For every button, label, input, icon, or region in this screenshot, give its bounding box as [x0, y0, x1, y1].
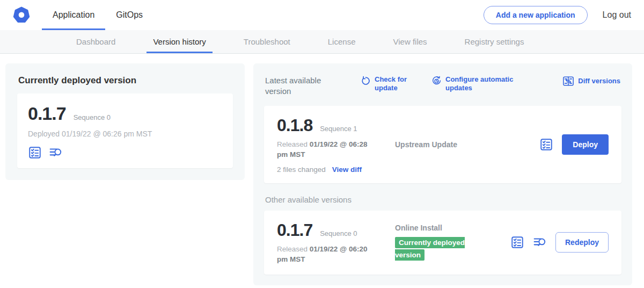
schedule-update-icon — [431, 76, 442, 86]
deployed-version-row: 0.1.7 Sequence 0 — [28, 103, 222, 124]
latest-released-timestamp: Released 01/19/22 @ 06:28 pm MST — [277, 140, 369, 160]
configure-automatic-updates-link[interactable]: Configure automatic updates — [431, 75, 524, 93]
other-version-info: 0.1.7 Sequence 0 Released 01/19/22 @ 06:… — [277, 220, 391, 265]
release-notes-icon[interactable] — [28, 146, 42, 160]
release-notes-icon[interactable] — [539, 138, 553, 152]
deployed-badge-wrap: Currently deployed version — [395, 237, 475, 261]
page: Application GitOps Add a new application… — [0, 0, 644, 288]
files-changed-label: 2 files changed — [277, 165, 326, 174]
configure-automatic-updates-label: Configure automatic updates — [445, 75, 524, 93]
released-prefix: Released — [277, 245, 308, 253]
released-prefix: Released — [277, 140, 308, 148]
logout-link[interactable]: Log out — [603, 10, 631, 20]
logo-icon — [13, 6, 30, 24]
currently-deployed-panel: Currently deployed version 0.1.7 Sequenc… — [5, 63, 245, 180]
other-sequence-label: Sequence 0 — [320, 229, 357, 237]
diff-versions-icon — [562, 75, 574, 87]
top-nav: Application GitOps Add a new application… — [0, 0, 644, 30]
diff-versions-label: Diff versions — [578, 77, 620, 85]
sub-nav: Dashboard Version history Troubleshoot L… — [0, 30, 644, 54]
other-available-versions-title: Other available versions — [265, 195, 620, 204]
tab-application[interactable]: Application — [42, 0, 105, 30]
deployed-version-card: 0.1.7 Sequence 0 Deployed 01/19/22 @ 06:… — [17, 93, 233, 168]
subnav-item-registry-settings[interactable]: Registry settings — [458, 30, 531, 53]
main-content: Currently deployed version 0.1.7 Sequenc… — [5, 63, 632, 285]
subnav-item-dashboard[interactable]: Dashboard — [70, 30, 122, 53]
deploy-button[interactable]: Deploy — [562, 134, 609, 155]
subnav-item-license[interactable]: License — [321, 30, 362, 53]
topnav-tabs: Application GitOps — [42, 0, 153, 30]
deployed-panel-title: Currently deployed version — [18, 75, 233, 86]
other-version-actions: Redeploy — [510, 232, 609, 253]
deployed-timestamp: Deployed 01/19/22 @ 06:26 pm MST — [28, 129, 222, 138]
deployed-version-number: 0.1.7 — [28, 103, 66, 124]
latest-version-number: 0.1.8 — [277, 116, 312, 135]
files-changed-row: 2 files changed View diff — [277, 165, 391, 174]
other-version-number: 0.1.7 — [277, 220, 312, 240]
view-diff-link[interactable]: View diff — [332, 165, 362, 174]
latest-version-actions: Deploy — [539, 134, 609, 155]
subnav-item-view-files[interactable]: View files — [386, 30, 433, 53]
topnav-right: Add a new application Log out — [484, 0, 631, 30]
latest-available-title: Latest available version — [265, 75, 347, 96]
upstream-update-label: Upstream Update — [395, 140, 457, 149]
deployed-sequence-label: Sequence 0 — [74, 113, 111, 121]
currently-deployed-badge: Currently deployed version — [395, 237, 465, 260]
tab-gitops[interactable]: GitOps — [105, 0, 153, 30]
view-logs-icon[interactable] — [49, 146, 63, 160]
diff-versions-link[interactable]: Diff versions — [562, 75, 620, 87]
latest-version-source: Upstream Update — [391, 140, 539, 149]
refresh-icon — [361, 76, 371, 86]
latest-version-info: 0.1.8 Sequence 1 Released 01/19/22 @ 06:… — [277, 116, 391, 174]
online-install-label: Online Install — [395, 224, 510, 232]
app-logo[interactable] — [13, 0, 30, 30]
redeploy-button[interactable]: Redeploy — [555, 232, 609, 253]
release-notes-icon[interactable] — [510, 235, 524, 249]
latest-sequence-label: Sequence 1 — [320, 125, 357, 133]
other-version-card: 0.1.7 Sequence 0 Released 01/19/22 @ 06:… — [264, 211, 621, 275]
available-versions-panel: Latest available version Check for updat… — [253, 63, 632, 285]
latest-version-card: 0.1.8 Sequence 1 Released 01/19/22 @ 06:… — [264, 106, 621, 183]
available-header: Latest available version Check for updat… — [265, 75, 620, 96]
subnav-item-version-history[interactable]: Version history — [147, 30, 212, 53]
other-version-source: Online Install Currently deployed versio… — [391, 224, 510, 261]
check-for-update-link[interactable]: Check for update — [361, 75, 410, 93]
check-for-update-label: Check for update — [375, 75, 410, 93]
other-released-timestamp: Released 01/19/22 @ 06:20 pm MST — [277, 244, 369, 265]
view-logs-icon[interactable] — [533, 235, 547, 249]
subnav-item-troubleshoot[interactable]: Troubleshoot — [237, 30, 297, 53]
add-new-application-button[interactable]: Add a new application — [484, 6, 588, 24]
deployed-card-actions — [28, 146, 222, 160]
